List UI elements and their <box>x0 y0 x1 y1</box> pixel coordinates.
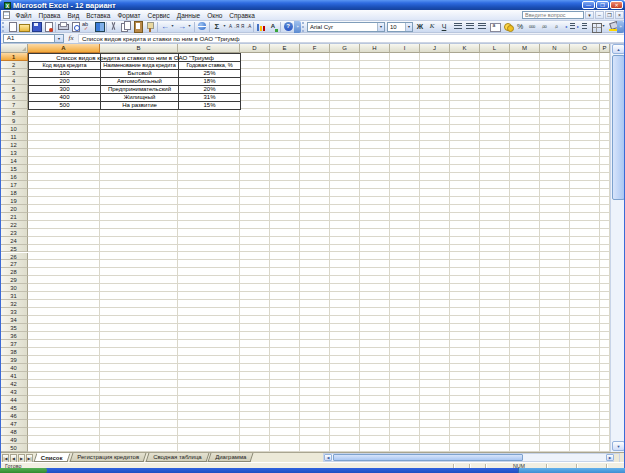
insert-function-button[interactable]: fx <box>64 34 78 42</box>
row-header-29[interactable]: 29 <box>0 276 28 284</box>
row-header-5[interactable]: 5 <box>0 85 28 93</box>
paste-button[interactable] <box>132 21 144 33</box>
column-header-p[interactable]: P <box>600 44 610 53</box>
table-cell[interactable]: Жилищный <box>101 94 179 102</box>
table-column-header[interactable]: Код вида кредита <box>29 62 101 70</box>
font-name-combo[interactable]: Arial Cyr ▼ <box>307 22 385 32</box>
table-cell[interactable]: 400 <box>29 94 101 102</box>
minimize-button[interactable]: — <box>582 1 595 9</box>
row-header-13[interactable]: 13 <box>0 149 28 157</box>
column-header-a[interactable]: A <box>28 44 100 53</box>
row-header-48[interactable]: 48 <box>0 428 28 436</box>
row-header-37[interactable]: 37 <box>0 340 28 348</box>
menu-item-edit[interactable]: Правка <box>35 10 64 21</box>
row-header-46[interactable]: 46 <box>0 412 28 420</box>
column-header-h[interactable]: H <box>360 44 390 53</box>
table-cell[interactable]: 200 <box>29 78 101 86</box>
currency-button[interactable] <box>502 21 514 33</box>
help-button[interactable] <box>282 21 294 33</box>
column-header-b[interactable]: B <box>100 44 178 53</box>
borders-button[interactable]: ▼ <box>590 21 607 33</box>
row-header-7[interactable]: 7 <box>0 101 28 109</box>
increase-indent-button[interactable] <box>576 21 588 33</box>
help-question-input[interactable] <box>522 11 584 19</box>
font-name-dropdown-icon[interactable]: ▼ <box>377 23 384 31</box>
decrease-indent-button[interactable] <box>564 21 576 33</box>
row-header-11[interactable]: 11 <box>0 133 28 141</box>
row-header-38[interactable]: 38 <box>0 348 28 356</box>
cut-button[interactable] <box>108 21 120 33</box>
row-header-30[interactable]: 30 <box>0 284 28 292</box>
toolbar-grip[interactable] <box>2 22 5 32</box>
row-header-49[interactable]: 49 <box>0 436 28 444</box>
underline-button[interactable]: Ч <box>438 21 450 33</box>
row-header-16[interactable]: 16 <box>0 173 28 181</box>
column-header-j[interactable]: J <box>420 44 450 53</box>
undo-dropdown-icon[interactable]: ▼ <box>170 21 175 32</box>
align-center-button[interactable] <box>464 21 476 33</box>
print-preview-button[interactable] <box>69 21 81 33</box>
name-box-dropdown-icon[interactable]: ▼ <box>55 34 64 43</box>
horizontal-scrollbar[interactable]: ◀ ▶ <box>323 453 620 462</box>
row-header-8[interactable]: 8 <box>0 109 28 117</box>
row-header-4[interactable]: 4 <box>0 77 28 85</box>
merge-center-button[interactable] <box>488 21 500 33</box>
menu-item-data[interactable]: Данные <box>173 10 203 21</box>
row-header-3[interactable]: 3 <box>0 69 28 77</box>
scroll-right-icon[interactable]: ▶ <box>606 454 614 461</box>
formula-input[interactable]: Список видов кредита и ставки по ним в О… <box>78 34 624 43</box>
open-button[interactable] <box>18 21 30 33</box>
menu-item-tools[interactable]: Сервис <box>144 10 173 21</box>
name-box[interactable]: A1 <box>3 34 55 43</box>
column-header-o[interactable]: O <box>570 44 600 53</box>
print-button[interactable] <box>57 21 69 33</box>
formatting-toolbar-grip[interactable] <box>302 22 305 32</box>
row-header-20[interactable]: 20 <box>0 205 28 213</box>
research-button[interactable] <box>93 21 105 33</box>
new-workbook-button[interactable] <box>6 21 18 33</box>
undo-button[interactable]: ←▼ <box>159 21 176 33</box>
comma-button[interactable]: 000 <box>526 21 538 33</box>
column-header-c[interactable]: C <box>178 44 240 53</box>
chart-wizard-button[interactable] <box>255 21 267 33</box>
row-header-47[interactable]: 47 <box>0 420 28 428</box>
sheet-tab-registraciya-kreditov[interactable]: Регистрация кредитов <box>69 453 146 462</box>
row-header-50[interactable]: 50 <box>0 444 28 452</box>
table-cell[interactable]: Бытовой <box>101 70 179 78</box>
row-header-31[interactable]: 31 <box>0 292 28 300</box>
column-header-k[interactable]: K <box>450 44 480 53</box>
column-header-e[interactable]: E <box>270 44 300 53</box>
row-header-14[interactable]: 14 <box>0 157 28 165</box>
question-dropdown-icon[interactable]: ▾ <box>585 11 594 19</box>
table-cell[interactable]: 31% <box>179 94 241 102</box>
spelling-button[interactable] <box>81 21 93 33</box>
align-right-button[interactable] <box>476 21 488 33</box>
increase-decimal-button[interactable]: ,00 <box>538 21 550 33</box>
windows-taskbar[interactable] <box>0 468 625 473</box>
decrease-decimal-button[interactable]: ,0 <box>550 21 562 33</box>
table-cell[interactable]: 100 <box>29 70 101 78</box>
insert-hyperlink-button[interactable] <box>196 21 208 33</box>
column-header-d[interactable]: D <box>240 44 270 53</box>
table-cell[interactable]: 15% <box>179 102 241 110</box>
copy-button[interactable] <box>120 21 132 33</box>
menu-item-file[interactable]: Файл <box>12 10 35 21</box>
row-header-22[interactable]: 22 <box>0 221 28 229</box>
table-cell[interactable]: Предпринимательский <box>101 86 179 94</box>
row-header-2[interactable]: 2 <box>0 61 28 69</box>
row-header-36[interactable]: 36 <box>0 332 28 340</box>
workbook-minimize-button[interactable]: – <box>595 11 604 19</box>
percent-button[interactable]: % <box>514 21 526 33</box>
row-header-42[interactable]: 42 <box>0 380 28 388</box>
row-header-6[interactable]: 6 <box>0 93 28 101</box>
column-header-f[interactable]: F <box>300 44 330 53</box>
sheet-tab-svodnaya-tablica[interactable]: Сводная таблица <box>145 453 208 462</box>
column-header-l[interactable]: L <box>480 44 510 53</box>
table-cell[interactable]: 500 <box>29 102 101 110</box>
autosum-dropdown-icon[interactable]: ▼ <box>222 21 227 32</box>
column-header-n[interactable]: N <box>540 44 570 53</box>
row-header-34[interactable]: 34 <box>0 316 28 324</box>
table-cell[interactable]: Автомобильный <box>101 78 179 86</box>
row-header-19[interactable]: 19 <box>0 197 28 205</box>
menu-item-window[interactable]: Окно <box>204 10 226 21</box>
